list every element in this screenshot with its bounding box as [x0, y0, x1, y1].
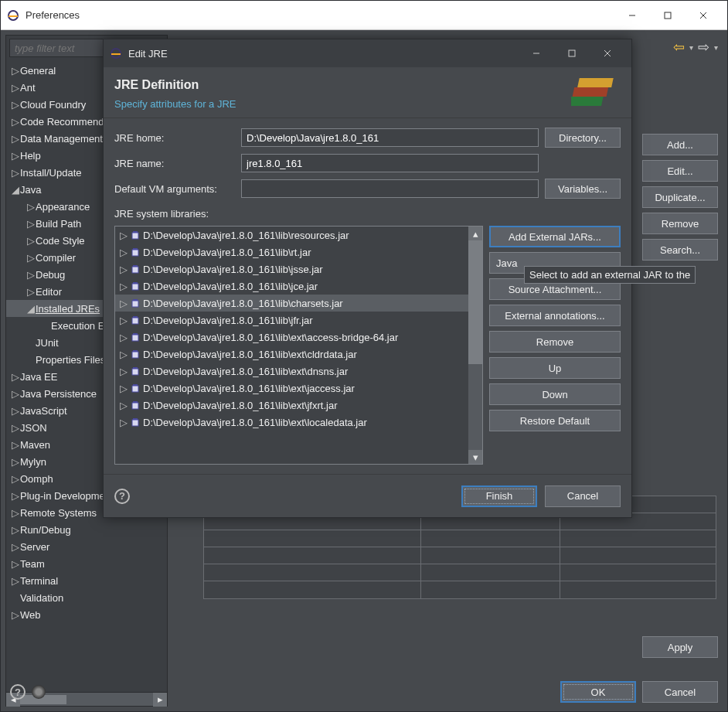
- expand-arrow-icon[interactable]: ▷: [11, 99, 20, 111]
- expand-arrow-icon[interactable]: ▷: [120, 400, 128, 411]
- tree-item-run-debug[interactable]: ▷Run/Debug: [6, 521, 167, 538]
- apply-button[interactable]: Apply: [642, 636, 718, 658]
- maximize-button[interactable]: [650, 4, 685, 27]
- help-icon[interactable]: ?: [114, 489, 130, 504]
- expand-arrow-icon[interactable]: ▷: [120, 332, 128, 343]
- expand-arrow-icon[interactable]: ▷: [120, 298, 128, 309]
- expand-arrow-icon[interactable]: ▷: [11, 456, 20, 468]
- lib-row[interactable]: ▷D:\Develop\Java\jre1.8.0_161\lib\ext\ac…: [115, 329, 468, 346]
- dialog-cancel-button[interactable]: Cancel: [545, 485, 621, 507]
- lib-v-scrollbar[interactable]: ▴ ▾: [468, 227, 482, 464]
- lib-row[interactable]: ▷D:\Develop\Java\jre1.8.0_161\lib\resour…: [115, 227, 468, 244]
- ok-button[interactable]: OK: [560, 681, 636, 703]
- nav-forward-dropdown-icon[interactable]: ▾: [714, 43, 718, 52]
- lib-row[interactable]: ▷D:\Develop\Java\jre1.8.0_161\lib\jsse.j…: [115, 261, 468, 278]
- add-external-jars-button[interactable]: Add External JARs...: [489, 226, 621, 247]
- dialog-maximize-button[interactable]: [554, 42, 590, 65]
- external-annotations-button[interactable]: External annotations...: [489, 305, 621, 326]
- tree-item-terminal[interactable]: ▷Terminal: [6, 572, 167, 589]
- expand-arrow-icon[interactable]: ▷: [26, 201, 36, 213]
- restore-default-button[interactable]: Restore Default: [489, 410, 621, 431]
- expand-arrow-icon[interactable]: ▷: [11, 371, 20, 383]
- expand-arrow-icon[interactable]: ▷: [11, 507, 20, 519]
- nav-back-dropdown-icon[interactable]: ▾: [689, 43, 693, 52]
- expand-arrow-icon[interactable]: ▷: [26, 218, 36, 230]
- expand-arrow-icon[interactable]: ▷: [11, 609, 20, 621]
- minimize-button[interactable]: [614, 4, 650, 27]
- expand-arrow-icon[interactable]: ▷: [11, 133, 20, 145]
- help-icon[interactable]: ?: [10, 684, 26, 700]
- expand-arrow-icon[interactable]: ▷: [11, 167, 20, 179]
- lib-row[interactable]: ▷D:\Develop\Java\jre1.8.0_161\lib\jfr.ja…: [115, 312, 468, 329]
- expand-arrow-icon[interactable]: ▷: [11, 541, 20, 553]
- expand-arrow-icon[interactable]: ▷: [11, 405, 20, 417]
- expand-arrow-icon[interactable]: ▷: [120, 349, 128, 360]
- expand-arrow-icon[interactable]: ▷: [11, 422, 20, 434]
- directory-button[interactable]: Directory...: [545, 128, 621, 148]
- tree-item-server[interactable]: ▷Server: [6, 538, 167, 555]
- expand-arrow-icon[interactable]: ▷: [11, 150, 20, 162]
- expand-arrow-icon[interactable]: ▷: [120, 281, 128, 292]
- lib-row[interactable]: ▷D:\Develop\Java\jre1.8.0_161\lib\ext\ja…: [115, 380, 468, 397]
- svg-rect-12: [577, 78, 614, 87]
- lib-list[interactable]: ▷D:\Develop\Java\jre1.8.0_161\lib\resour…: [114, 226, 483, 465]
- expand-arrow-icon[interactable]: ▷: [11, 575, 20, 587]
- expand-arrow-icon[interactable]: ▷: [11, 116, 20, 128]
- dialog-minimize-button[interactable]: [519, 42, 554, 65]
- tree-item-team[interactable]: ▷Team: [6, 555, 167, 572]
- expand-arrow-icon[interactable]: ◢: [26, 303, 36, 315]
- dialog-close-button[interactable]: [590, 42, 625, 65]
- expand-arrow-icon[interactable]: ▷: [11, 558, 20, 570]
- add-button[interactable]: Add...: [642, 134, 718, 155]
- expand-arrow-icon[interactable]: ▷: [11, 524, 20, 536]
- expand-arrow-icon[interactable]: ▷: [120, 315, 128, 326]
- cancel-button[interactable]: Cancel: [642, 681, 718, 703]
- edit-button[interactable]: Edit...: [642, 160, 718, 182]
- expand-arrow-icon[interactable]: ▷: [120, 383, 128, 394]
- lib-row[interactable]: ▷D:\Develop\Java\jre1.8.0_161\lib\ext\jf…: [115, 397, 468, 414]
- lib-row[interactable]: ▷D:\Develop\Java\jre1.8.0_161\lib\ext\lo…: [115, 414, 468, 431]
- scrollbar-thumb[interactable]: [468, 240, 482, 364]
- expand-arrow-icon[interactable]: ▷: [11, 388, 20, 400]
- tree-item-web[interactable]: ▷Web: [6, 606, 167, 623]
- scroll-down-icon[interactable]: ▾: [468, 450, 482, 464]
- lib-row[interactable]: ▷D:\Develop\Java\jre1.8.0_161\lib\ext\dn…: [115, 363, 468, 380]
- lib-remove-button[interactable]: Remove: [489, 331, 621, 353]
- expand-arrow-icon[interactable]: ▷: [26, 269, 36, 281]
- lib-row[interactable]: ▷D:\Develop\Java\jre1.8.0_161\lib\jce.ja…: [115, 278, 468, 295]
- down-button[interactable]: Down: [489, 383, 621, 405]
- expand-arrow-icon[interactable]: ▷: [26, 235, 36, 247]
- expand-arrow-icon[interactable]: ▷: [26, 286, 36, 298]
- jre-home-input[interactable]: [241, 128, 539, 147]
- expand-arrow-icon[interactable]: ◢: [11, 184, 20, 196]
- expand-arrow-icon[interactable]: ▷: [11, 490, 20, 502]
- close-button[interactable]: [685, 4, 721, 27]
- remove-button[interactable]: Remove: [642, 213, 718, 234]
- lib-row[interactable]: ▷D:\Develop\Java\jre1.8.0_161\lib\ext\cl…: [115, 346, 468, 363]
- scroll-up-icon[interactable]: ▴: [468, 227, 482, 240]
- expand-arrow-icon[interactable]: ▷: [11, 65, 20, 77]
- nav-back-icon[interactable]: ⇦: [673, 39, 685, 56]
- lib-row[interactable]: ▷D:\Develop\Java\jre1.8.0_161\lib\rt.jar: [115, 244, 468, 261]
- expand-arrow-icon[interactable]: ▷: [120, 247, 128, 258]
- expand-arrow-icon[interactable]: ▷: [120, 417, 128, 428]
- vm-args-input[interactable]: [241, 179, 539, 198]
- expand-arrow-icon[interactable]: ▷: [11, 473, 20, 485]
- nav-forward-icon[interactable]: ⇨: [698, 39, 709, 56]
- expand-arrow-icon[interactable]: ▷: [120, 264, 128, 275]
- duplicate-button[interactable]: Duplicate...: [642, 186, 718, 208]
- expand-arrow-icon[interactable]: ▷: [26, 252, 36, 264]
- up-button[interactable]: Up: [489, 357, 621, 379]
- expand-arrow-icon[interactable]: ▷: [11, 439, 20, 451]
- expand-arrow-icon[interactable]: ▷: [120, 366, 128, 377]
- expand-arrow-icon[interactable]: ▷: [11, 82, 20, 94]
- tree-item-validation[interactable]: Validation: [6, 589, 167, 606]
- jre-name-input[interactable]: [241, 154, 539, 172]
- expand-arrow-icon[interactable]: ▷: [120, 230, 128, 241]
- search-button[interactable]: Search...: [642, 239, 718, 261]
- variables-button[interactable]: Variables...: [545, 179, 621, 199]
- oomph-icon[interactable]: [32, 685, 46, 699]
- tree-item-label: Server: [20, 541, 49, 553]
- lib-row[interactable]: ▷D:\Develop\Java\jre1.8.0_161\lib\charse…: [115, 295, 468, 312]
- finish-button[interactable]: Finish: [461, 485, 537, 507]
